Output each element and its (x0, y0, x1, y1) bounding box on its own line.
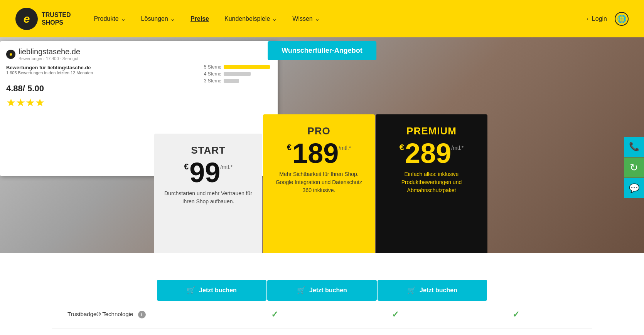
language-selector[interactable]: 🌐 (615, 12, 629, 26)
login-button[interactable]: → Login (583, 15, 607, 22)
side-buttons: 📞 ↻ 💬 (624, 137, 644, 198)
plan-pro-price: € 189 /mtl.* (272, 139, 366, 167)
chat-button[interactable]: 💬 (624, 178, 644, 198)
plan-premium-desc: Einfach alles: inklusive Produktbewertun… (385, 170, 478, 194)
plan-pro-title: PRO (272, 125, 366, 137)
phone-icon: 📞 (629, 142, 639, 152)
chat-icon: 💬 (629, 183, 639, 193)
plan-premium: PREMIUM € 289 /mtl.* Einfach alles: inkl… (376, 114, 487, 253)
nav-item-produkte[interactable]: Produkte ⌄ (94, 15, 126, 22)
pricing-cards: START € 99 /mtl.* Durchstarten und mehr … (154, 114, 490, 253)
nav-item-wissen[interactable]: Wissen ⌄ (292, 15, 319, 22)
cart-icon-pro: 🛒 (297, 286, 305, 295)
nav-item-preise[interactable]: Preise (191, 15, 209, 22)
info-icon-trustbadge[interactable]: i (138, 311, 146, 318)
nav-item-loesungen[interactable]: Lösungen ⌄ (141, 15, 175, 22)
wunsch-button[interactable]: Wunscherfüller-Angebot (268, 41, 376, 60)
plan-start-price: € 99 /mtl.* (164, 159, 253, 186)
nav-right: → Login 🌐 (583, 12, 629, 26)
logo[interactable]: e TRUSTED SHOPS (15, 8, 71, 30)
book-start-button[interactable]: 🛒 Jetzt buchen (157, 280, 266, 301)
plan-premium-price: € 289 /mtl.* (385, 139, 478, 167)
plan-start: START € 99 /mtl.* Durchstarten und mehr … (154, 134, 262, 253)
check-pro-trustbadge: ✓ (341, 310, 450, 320)
nav-links: Produkte ⌄ Lösungen ⌄ Preise Kundenbeisp… (94, 15, 583, 22)
plan-pro-desc: Mehr Sichtbarkeit für Ihren Shop. Google… (272, 170, 366, 194)
screenshot-domain: lieblingstasehe.de (19, 47, 80, 56)
screenshot-logo: e (6, 50, 15, 59)
screenshot-meta: Bewertungen: 17.400 · Sehr gut (19, 56, 80, 61)
cart-icon-premium: 🛒 (407, 286, 416, 295)
book-premium-button[interactable]: 🛒 Jetzt buchen (378, 280, 487, 301)
plan-start-title: START (164, 144, 253, 156)
refresh-button[interactable]: ↻ (624, 157, 644, 178)
screenshot-bars: 5 Sterne 4 Sterne 3 Sterne (204, 64, 270, 85)
logo-icon: e (15, 8, 38, 30)
navbar: e TRUSTED SHOPS Produkte ⌄ Lösungen ⌄ Pr… (0, 0, 644, 37)
screenshot-stars: ★★★★ (6, 96, 271, 109)
check-start-trustbadge: ✓ (220, 310, 329, 320)
plan-pro: PRO € 189 /mtl.* Mehr Sichtbarkeit für I… (263, 114, 375, 253)
book-buttons-row: 🛒 Jetzt buchen 🛒 Jetzt buchen 🛒 Jetzt bu… (0, 268, 644, 301)
feature-row-trustbadge: Trustbadge® Technologie i ✓ ✓ ✓ (52, 301, 592, 328)
plan-start-desc: Durchstarten und mehr Vertrauen für Ihre… (164, 189, 253, 206)
nav-item-kundenbeispiele[interactable]: Kundenbeispiele ⌄ (224, 15, 277, 22)
plan-premium-title: PREMIUM (385, 125, 478, 137)
below-hero: 🛒 Jetzt buchen 🛒 Jetzt buchen 🛒 Jetzt bu… (0, 253, 644, 335)
book-pro-button[interactable]: 🛒 Jetzt buchen (267, 280, 377, 301)
phone-button[interactable]: 📞 (624, 137, 644, 157)
brand-name: TRUSTED SHOPS (42, 11, 71, 26)
features-table: Trustbadge® Technologie i ✓ ✓ ✓ Gütesieg… (52, 301, 592, 335)
cart-icon-start: 🛒 (187, 286, 195, 295)
hero-section: e lieblingstasehe.de Bewertungen: 17.400… (0, 37, 644, 253)
refresh-icon: ↻ (630, 162, 638, 174)
check-premium-trustbadge: ✓ (461, 310, 571, 320)
feature-row-guetesiegel: Gütesiegel mit Käuferschutz i ✓ ✓ ✓ (52, 328, 592, 335)
